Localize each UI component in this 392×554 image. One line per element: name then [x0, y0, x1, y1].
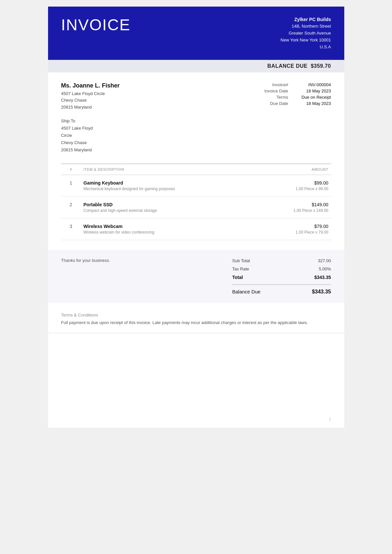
meta-invoice-row: Invoice# INV-000004 [239, 82, 331, 87]
amount-detail: 1.00 Piece x 149.00 [260, 208, 328, 213]
totals: Sub Total 327.00 Tax Rate 5.00% Total $3… [232, 257, 331, 295]
items-table: # ITEM & DESCRIPTION AMOUNT 1 Gaming Key… [61, 164, 331, 240]
item-amount: $99.00 1.00 Piece x 99.00 [258, 175, 331, 197]
tax-row: Tax Rate 5.00% [232, 265, 331, 273]
bill-to-name: Ms. Joanne L. Fisher [61, 82, 239, 89]
balance-final-value: $343.35 [312, 289, 331, 295]
item-desc: Portable SSD Compact and high-speed exte… [81, 197, 258, 218]
invoice-meta: Invoice# INV-000004 Invoice Date 18 May … [239, 82, 331, 111]
item-num: 3 [61, 218, 81, 240]
balance-due-label: BALANCE DUE [267, 63, 307, 69]
table-col-desc: ITEM & DESCRIPTION [81, 164, 258, 175]
bill-address-line1: 4507 Lake Floyd Circle [61, 90, 239, 97]
invoice-page: INVOICE Zylker PC Builds 14B, Northern S… [48, 7, 344, 428]
invoice-num-label: Invoice# [259, 82, 288, 87]
balance-final-label: Balance Due [232, 289, 261, 295]
company-address-line1: 14B, Northern Street [280, 23, 331, 30]
company-info: Zylker PC Builds 14B, Northern Street Gr… [280, 16, 331, 51]
item-desc: Wireless Webcam Wireless webcam for vide… [81, 218, 258, 240]
terms-section: Terms & Conditions Full payment is due u… [48, 303, 344, 333]
amount-main: $99.00 [260, 180, 328, 186]
item-name: Portable SSD [84, 202, 255, 207]
ship-to-line4: 20815 Maryland [61, 146, 331, 154]
balance-due-amount: $359.70 [311, 63, 331, 69]
ship-to-line2: Circle [61, 132, 331, 139]
invoice-header: INVOICE Zylker PC Builds 14B, Northern S… [48, 7, 344, 60]
ship-to-line3: Chevy Chase [61, 139, 331, 146]
item-amount: $79.00 1.00 Piece x 79.00 [258, 218, 331, 240]
ship-to-line1: 4507 Lake Floyd [61, 125, 331, 132]
amount-main: $79.00 [260, 224, 328, 229]
tax-value: 5.00% [298, 266, 331, 271]
terms-text: Full payment is due upon receipt of this… [61, 319, 331, 326]
item-desc: Gaming Keyboard Mechanical keyboard desi… [81, 175, 258, 197]
item-description: Wireless webcam for video conferencing [84, 230, 255, 235]
bill-to-address: 4507 Lake Floyd Circle Chevy Chase 20815… [61, 90, 239, 111]
page-number: 1 [329, 417, 331, 421]
company-address-line3: New York New York 10001 [280, 37, 331, 44]
meta-due-row: Due Date 18 May 2023 [239, 101, 331, 106]
bill-address-line2: Chevy Chase [61, 97, 239, 104]
invoice-date-label: Invoice Date [259, 88, 288, 93]
main-content: Ms. Joanne L. Fisher 4507 Lake Floyd Cir… [48, 72, 344, 250]
item-num: 2 [61, 197, 81, 218]
amount-main: $149.00 [260, 202, 328, 207]
item-description: Compact and high-speed external storage [84, 208, 255, 213]
invoice-num-value: INV-000004 [295, 82, 331, 87]
total-row: Total $343.35 [232, 273, 331, 282]
thanks-message: Thanks for your business. [61, 257, 110, 263]
company-address-line2: Greater South Avenue [280, 30, 331, 37]
table-col-amount: AMOUNT [258, 164, 331, 175]
item-num: 1 [61, 175, 81, 197]
terms-label: Terms [259, 95, 288, 100]
subtotal-row: Sub Total 327.00 [232, 257, 331, 265]
item-name: Wireless Webcam [84, 224, 255, 229]
item-amount: $149.00 1.00 Piece x 149.00 [258, 197, 331, 218]
amount-detail: 1.00 Piece x 79.00 [260, 230, 328, 235]
total-label: Total [232, 275, 272, 280]
ship-to-label: Ship To [61, 117, 331, 125]
item-description: Mechanical keyboard designed for gaming … [84, 187, 255, 191]
due-date-label: Due Date [259, 101, 288, 106]
meta-date-row: Invoice Date 18 May 2023 [239, 88, 331, 93]
table-row: 1 Gaming Keyboard Mechanical keyboard de… [61, 175, 331, 197]
item-name: Gaming Keyboard [84, 180, 255, 186]
terms-title: Terms & Conditions [61, 313, 331, 317]
bill-to: Ms. Joanne L. Fisher 4507 Lake Floyd Cir… [61, 82, 239, 111]
bottom-divider [48, 333, 344, 333]
subtotal-label: Sub Total [232, 258, 272, 263]
amount-detail: 1.00 Piece x 99.00 [260, 187, 328, 191]
balance-due-row: Balance Due $343.35 [232, 284, 331, 295]
company-name: Zylker PC Builds [280, 16, 331, 23]
invoice-date-value: 18 May 2023 [295, 88, 331, 93]
balance-banner: BALANCE DUE $359.70 [48, 60, 344, 72]
table-row: 3 Wireless Webcam Wireless webcam for vi… [61, 218, 331, 240]
due-date-value: 18 May 2023 [295, 101, 331, 106]
bill-address-line3: 20815 Maryland [61, 104, 239, 111]
tax-label: Tax Rate [232, 266, 272, 271]
meta-terms-row: Terms Due on Receipt [239, 95, 331, 100]
subtotal-value: 327.00 [298, 258, 331, 263]
table-col-num: # [61, 164, 81, 175]
ship-to: Ship To 4507 Lake Floyd Circle Chevy Cha… [61, 117, 331, 154]
billing-section: Ms. Joanne L. Fisher 4507 Lake Floyd Cir… [61, 82, 331, 111]
terms-value: Due on Receipt [295, 95, 331, 100]
company-address-line4: U.S.A [280, 44, 331, 51]
invoice-title: INVOICE [61, 16, 131, 34]
footer-section: Thanks for your business. Sub Total 327.… [48, 250, 344, 303]
table-row: 2 Portable SSD Compact and high-speed ex… [61, 197, 331, 218]
total-value: $343.35 [298, 275, 331, 280]
